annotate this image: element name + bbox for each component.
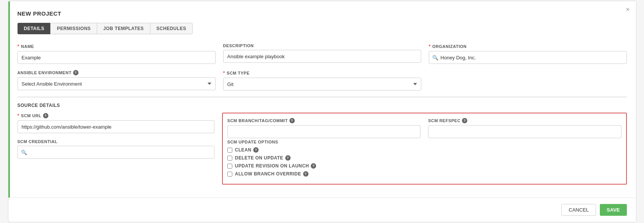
scm-credential-input-wrapper[interactable]: 🔍: [18, 146, 214, 159]
scm-refspec-label: SCM REFSPEC ?: [428, 118, 621, 123]
highlighted-row: SCM BRANCH/TAG/COMMIT ? SCM REFSPEC ?: [227, 118, 622, 138]
checkbox-clean[interactable]: [227, 148, 232, 153]
checkbox-update-revision-label: UPDATE REVISION ON LAUNCH ?: [235, 163, 316, 169]
scm-url-input[interactable]: [18, 120, 214, 133]
organization-input-wrapper[interactable]: 🔍: [429, 51, 627, 64]
ansible-env-label: ANSIBLE ENVIRONMENT ?: [18, 70, 216, 75]
group-spacer: [429, 70, 627, 91]
group-scm-branch: SCM BRANCH/TAG/COMMIT ?: [227, 118, 420, 138]
description-label: DESCRIPTION: [223, 43, 421, 48]
org-required-star: *: [429, 43, 431, 49]
checkbox-delete-label: DELETE ON UPDATE ?: [235, 155, 291, 161]
organization-label: * ORGANIZATION: [429, 43, 627, 49]
allow-branch-help-icon[interactable]: ?: [303, 171, 308, 177]
scm-update-section: SCM UPDATE OPTIONS CLEAN ? DELETE ON UPD…: [227, 140, 622, 177]
group-scm-url: * SCM URL ? SCM CREDENTIAL 🔍: [18, 113, 214, 185]
modal-footer: CANCEL SAVE: [8, 198, 636, 222]
description-input[interactable]: [223, 50, 421, 63]
scm-credential-label: SCM CREDENTIAL: [18, 139, 214, 144]
checkbox-row-update-revision: UPDATE REVISION ON LAUNCH ?: [227, 163, 622, 169]
scm-url-required-star: *: [18, 113, 20, 118]
organization-input[interactable]: [441, 51, 623, 64]
accent-bar: [8, 1, 10, 222]
delete-help-icon[interactable]: ?: [285, 155, 291, 161]
checkbox-row-allow-branch: ALLOW BRANCH OVERRIDE ?: [227, 171, 622, 177]
scm-branch-help-icon[interactable]: ?: [289, 118, 295, 123]
scm-url-label: * SCM URL ?: [18, 113, 214, 118]
scm-credential-input[interactable]: [29, 146, 211, 158]
checkbox-delete-on-update[interactable]: [227, 156, 232, 161]
scm-branch-label: SCM BRANCH/TAG/COMMIT ?: [227, 118, 420, 123]
tab-details[interactable]: DETAILS: [18, 23, 51, 34]
tab-bar: DETAILS PERMISSIONS JOB TEMPLATES SCHEDU…: [18, 23, 627, 34]
source-details-section: SOURCE DETAILS * SCM URL ? SCM CREDENTIA…: [18, 97, 627, 185]
modal-title: NEW PROJECT: [18, 10, 627, 17]
tab-job-templates[interactable]: JOB TEMPLATES: [97, 23, 150, 34]
group-organization: * ORGANIZATION 🔍: [429, 43, 627, 64]
name-required-star: *: [18, 43, 20, 49]
group-description: DESCRIPTION: [223, 43, 421, 64]
ansible-env-select[interactable]: Select Ansible Environment: [18, 77, 216, 90]
source-details-title: SOURCE DETAILS: [18, 103, 627, 108]
checkbox-row-clean: CLEAN ?: [227, 147, 622, 153]
row-source-details: * SCM URL ? SCM CREDENTIAL 🔍: [18, 113, 627, 185]
highlighted-branch-refspec-box: SCM BRANCH/TAG/COMMIT ? SCM REFSPEC ?: [222, 113, 627, 185]
scm-branch-input[interactable]: [227, 125, 420, 138]
name-label: * NAME: [18, 43, 216, 49]
new-project-modal: × NEW PROJECT DETAILS PERMISSIONS JOB TE…: [8, 1, 636, 222]
clean-help-icon[interactable]: ?: [253, 147, 259, 153]
row-env-scm: ANSIBLE ENVIRONMENT ? Select Ansible Env…: [18, 70, 627, 91]
group-name: * NAME: [18, 43, 216, 64]
update-revision-help-icon[interactable]: ?: [311, 163, 316, 169]
org-search-icon: 🔍: [432, 55, 438, 61]
scm-refspec-help-icon[interactable]: ?: [462, 118, 467, 123]
name-input[interactable]: [18, 51, 216, 64]
tab-schedules[interactable]: SCHEDULES: [150, 23, 193, 34]
checkbox-update-revision[interactable]: [227, 164, 232, 169]
save-button[interactable]: SAVE: [600, 204, 626, 216]
scm-type-label: * SCM TYPE: [223, 70, 421, 76]
row-name-desc-org: * NAME DESCRIPTION * ORGANIZATION 🔍: [18, 43, 627, 64]
tab-permissions[interactable]: PERMISSIONS: [50, 23, 97, 34]
checkbox-allow-branch[interactable]: [227, 172, 232, 177]
checkbox-allow-branch-label: ALLOW BRANCH OVERRIDE ?: [235, 171, 308, 177]
checkbox-clean-label: CLEAN ?: [235, 147, 259, 153]
scm-update-title: SCM UPDATE OPTIONS: [227, 140, 622, 144]
scm-type-select[interactable]: Git: [223, 78, 421, 91]
scm-url-help-icon[interactable]: ?: [43, 113, 48, 118]
scm-type-required-star: *: [223, 70, 225, 76]
group-scm-refspec: SCM REFSPEC ?: [428, 118, 621, 138]
close-button[interactable]: ×: [626, 6, 630, 14]
section-divider: [18, 97, 627, 97]
group-scm-type: * SCM TYPE Git: [223, 70, 421, 91]
checkbox-row-delete: DELETE ON UPDATE ?: [227, 155, 622, 161]
ansible-env-help-icon[interactable]: ?: [73, 70, 78, 75]
scm-refspec-input[interactable]: [428, 125, 621, 138]
cancel-button[interactable]: CANCEL: [561, 204, 596, 216]
group-scm-credential: SCM CREDENTIAL 🔍: [18, 139, 214, 159]
group-ansible-env: ANSIBLE ENVIRONMENT ? Select Ansible Env…: [18, 70, 216, 91]
scm-credential-search-icon: 🔍: [21, 150, 27, 155]
